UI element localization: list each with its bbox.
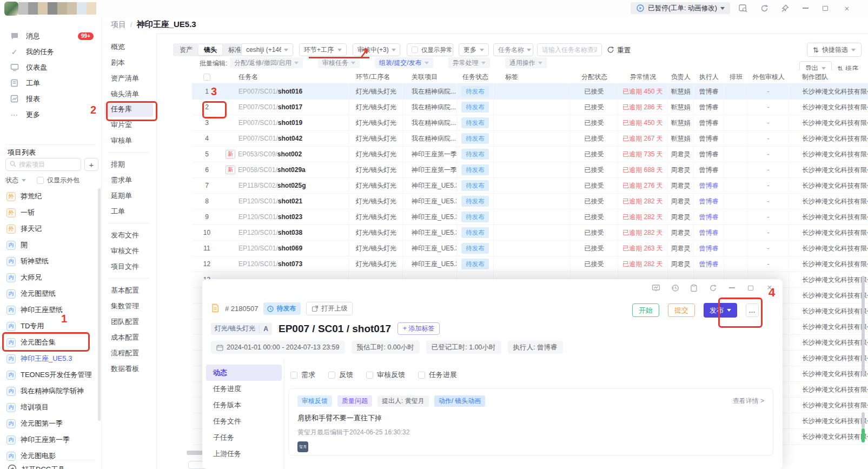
project-list-item[interactable]: 内 神印王座壁纸 xyxy=(0,302,98,318)
filter-checkbox[interactable] xyxy=(290,372,297,379)
project-list-item[interactable]: 内 大师兄 xyxy=(0,269,98,286)
breadcrumb-root[interactable]: 项目 xyxy=(111,20,126,30)
project-list-item[interactable]: 内 培训项目 xyxy=(0,399,98,415)
executor-cell[interactable]: 曾博睿 xyxy=(694,256,724,272)
task-name-cell[interactable]: 新 EP007/SC01/ shot017 xyxy=(222,100,349,115)
executor-cell[interactable]: 曾博睿 xyxy=(694,131,724,146)
batch-action-dropdown[interactable]: 分配/返修/撤回/启用 xyxy=(230,57,303,68)
project-nav-item[interactable]: 团队配置 xyxy=(102,314,156,329)
executor-cell[interactable]: 曾博睿 xyxy=(694,147,724,162)
clipboard-icon[interactable] xyxy=(690,283,698,292)
executor-cell[interactable]: 曾博睿 xyxy=(694,84,724,99)
table-row[interactable]: 11 新 EP120/SC01/ shot069 灯光/镜头灯光 神印王座_UE… xyxy=(192,241,868,256)
sidebar-item-dashboard[interactable]: 仪表盘 xyxy=(0,60,101,75)
executor-cell[interactable]: 曾博睿 xyxy=(694,100,724,115)
sidebar-scrollbar[interactable] xyxy=(98,188,101,421)
project-nav-item[interactable]: 资产清单 xyxy=(102,70,156,86)
project-list-item[interactable]: 内 沧元图第一季 xyxy=(0,415,98,432)
select-all-checkbox[interactable] xyxy=(203,74,210,81)
project-list-item[interactable]: 外 莽荒纪 xyxy=(0,188,98,204)
project-list-item[interactable]: 内 TEONES开发任务管理 xyxy=(0,367,98,383)
table-header-cell[interactable]: 异常情况 xyxy=(618,70,668,83)
table-row[interactable]: 12 新 EP120/SC01/ shot073 灯光/镜头灯光 神印王座_UE… xyxy=(192,256,868,272)
modal-tab[interactable]: 动态 xyxy=(206,365,282,381)
reset-button[interactable]: 重置 xyxy=(607,46,631,55)
activity-filter[interactable]: 反馈 xyxy=(328,370,353,380)
project-nav-item[interactable]: 概览 xyxy=(102,39,156,55)
refresh-icon[interactable] xyxy=(708,283,717,292)
close-icon[interactable]: × xyxy=(842,4,852,12)
task-search-input[interactable] xyxy=(537,43,602,56)
modal-tab[interactable]: 任务进度 xyxy=(206,381,282,397)
project-nav-item[interactable]: 成本配置 xyxy=(102,329,156,345)
project-nav-item[interactable]: 发布文件 xyxy=(102,227,156,243)
project-search-box[interactable] xyxy=(5,158,81,171)
pin-icon[interactable] xyxy=(780,4,790,12)
modal-tab[interactable]: 任务文件 xyxy=(206,413,282,430)
project-nav-item[interactable]: 需求单 xyxy=(102,172,156,188)
abnormal-only-toggle[interactable]: 仅显示异常 xyxy=(407,43,453,56)
project-list-item[interactable]: 内 沧元图电影 xyxy=(0,448,98,464)
table-header-cell[interactable]: 负责人 xyxy=(668,70,694,83)
project-list-item[interactable]: 内 我在精神病院学斩神 xyxy=(0,383,98,399)
submit-button[interactable]: 提交 xyxy=(668,303,695,317)
abnormal-only-checkbox[interactable] xyxy=(412,47,418,53)
project-nav-item[interactable]: 审核单 xyxy=(102,133,156,148)
status-filter-label[interactable]: 状态 xyxy=(5,176,18,185)
table-row[interactable]: 4 新 EP007/SC01/ shot042 灯光/镜头灯光 我在精神病院..… xyxy=(192,131,868,147)
sidebar-item-messages[interactable]: 消息 99+ xyxy=(0,28,101,44)
table-row[interactable]: 1 新 EP007/SC01/ shot016 灯光/镜头灯光 我在精神病院..… xyxy=(192,84,868,100)
project-nav-item[interactable]: 项目文件 xyxy=(102,259,156,274)
refresh-icon[interactable] xyxy=(759,4,769,12)
table-row[interactable]: 8 新 EP120/SC01/ shot021 灯光/镜头灯光 神印王座_UE5… xyxy=(192,194,868,209)
user-avatar[interactable] xyxy=(4,2,18,16)
restore-icon[interactable] xyxy=(820,4,830,12)
task-name-cell[interactable]: 新 EP007/SC01/ shot016 xyxy=(222,84,349,99)
project-nav-item[interactable]: 数据看板 xyxy=(102,361,156,376)
executor-cell[interactable]: 曾博睿 xyxy=(694,194,724,209)
sidebar-item-reports[interactable]: 报表 xyxy=(0,91,101,107)
task-name-cell[interactable]: 新 EP058/SC01/ shot029a xyxy=(222,162,349,177)
quick-filter-button[interactable]: ⇅ 快捷筛选 xyxy=(807,43,862,57)
table-horizontal-scrollbar[interactable] xyxy=(187,451,203,455)
project-nav-item[interactable]: 工单 xyxy=(102,203,156,219)
table-header-cell[interactable]: 制作团队 xyxy=(789,70,868,83)
task-name-cell[interactable]: 新 EP120/SC01/ shot073 xyxy=(222,256,349,272)
table-row[interactable]: 6 新 EP058/SC01/ shot029a 灯光/镜头灯光 神印王座第一季… xyxy=(192,162,868,178)
open-dcc-tool-button[interactable]: 打开DCC工具 xyxy=(8,464,65,469)
modal-tab[interactable]: 任务版本 xyxy=(206,397,282,413)
task-name-cell[interactable]: 新 EP007/SC01/ shot019 xyxy=(222,115,349,130)
table-vertical-scrollbar-lower[interactable] xyxy=(862,412,865,428)
table-row[interactable]: 7 新 EP118/SC02/ shot025g 灯光/镜头灯光 神印王座_UE… xyxy=(192,178,868,194)
task-name-cell[interactable]: 新 EP118/SC02/ shot025g xyxy=(222,178,349,193)
search-field-dropdown[interactable]: 任务名称 xyxy=(493,43,533,56)
project-list-item[interactable]: 外 择天记 xyxy=(0,221,98,237)
batch-action-dropdown[interactable]: 通用操作 xyxy=(505,57,547,68)
table-header-cell[interactable]: 任务名 xyxy=(222,70,349,83)
table-row[interactable]: 2 新 EP007/SC01/ shot017 灯光/镜头灯光 我在精神病院..… xyxy=(192,100,868,115)
table-row[interactable]: 10 新 EP120/SC01/ shot038 灯光/镜头灯光 神印王座_UE… xyxy=(192,225,868,241)
executor-cell[interactable]: 曾博睿 xyxy=(694,241,724,256)
filter-checkbox[interactable] xyxy=(366,372,373,379)
executor-cell[interactable]: 曾博睿 xyxy=(694,225,724,240)
view-detail-link[interactable]: 查看详情 > xyxy=(733,397,764,406)
task-name-cell[interactable]: 新 EP120/SC01/ shot038 xyxy=(222,225,349,240)
table-header-cell[interactable]: 任务状态 xyxy=(457,70,494,83)
project-nav-item[interactable]: 镜头清单 xyxy=(102,86,156,102)
project-nav-item[interactable]: 基本配置 xyxy=(102,282,156,298)
feedback-icon[interactable] xyxy=(738,4,748,12)
outsource-only-checkbox[interactable] xyxy=(37,177,44,184)
project-nav-item[interactable]: 剧本 xyxy=(102,55,156,70)
project-list-item[interactable]: 内 斩神壁纸 xyxy=(0,253,98,269)
filter-checkbox[interactable] xyxy=(418,372,425,379)
review-board-icon[interactable] xyxy=(652,283,660,292)
start-button[interactable]: 开始 xyxy=(632,303,659,317)
task-name-cell[interactable]: 新 EP007/SC01/ shot042 xyxy=(222,131,349,146)
more-filters-dropdown[interactable]: 更多 xyxy=(459,43,489,56)
pipeline-filter-dropdown[interactable]: ceshiji (+146) xyxy=(241,43,293,56)
add-tag-button[interactable]: + 添加标签 xyxy=(397,322,440,335)
project-list-item[interactable]: 内 神印王座第一季 xyxy=(0,432,98,448)
table-header-cell[interactable]: 执行人 xyxy=(694,70,724,83)
project-nav-item[interactable]: 审核文件 xyxy=(102,243,156,259)
history-icon[interactable] xyxy=(671,283,679,292)
